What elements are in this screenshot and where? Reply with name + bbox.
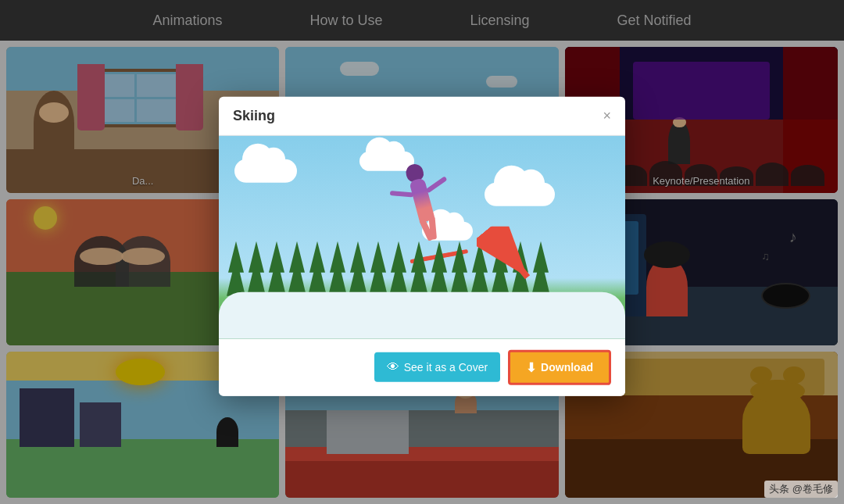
modal-footer: 👁 See it as a Cover ⬇ Download <box>219 338 625 395</box>
tree <box>227 256 245 295</box>
modal-title: Skiing <box>233 107 275 123</box>
tree <box>349 256 367 295</box>
trees-row <box>219 233 625 295</box>
tree <box>389 256 408 295</box>
skiing-modal: Skiing × <box>219 96 625 395</box>
see-cover-button[interactable]: 👁 See it as a Cover <box>374 352 500 382</box>
skier-arm-left <box>390 190 413 197</box>
tree <box>308 256 327 295</box>
download-label: Download <box>541 361 593 374</box>
cloud-2 <box>359 151 414 170</box>
skier-body <box>409 177 435 223</box>
tree <box>247 256 266 295</box>
svg-line-1 <box>492 234 528 277</box>
cloud-1 <box>234 159 297 182</box>
tree <box>450 256 469 295</box>
cloud-3 <box>485 182 555 206</box>
download-button[interactable]: ⬇ Download <box>508 349 611 384</box>
watermark: 头条 @卷毛修 <box>764 481 838 498</box>
tree <box>409 256 428 295</box>
download-icon: ⬇ <box>526 359 536 374</box>
modal-close-button[interactable]: × <box>603 109 611 123</box>
snow-ground <box>219 291 625 338</box>
tree <box>369 256 388 295</box>
tree <box>267 256 286 295</box>
tree <box>430 256 449 295</box>
arrow-annotation <box>477 226 547 299</box>
see-cover-label: See it as a Cover <box>404 361 488 374</box>
tree <box>328 256 347 295</box>
modal-header: Skiing × <box>219 96 625 135</box>
eye-icon: 👁 <box>387 360 399 374</box>
tree <box>288 256 306 295</box>
skier-figure <box>409 177 435 223</box>
animation-preview <box>219 135 625 338</box>
skier-arm-right <box>425 176 447 193</box>
